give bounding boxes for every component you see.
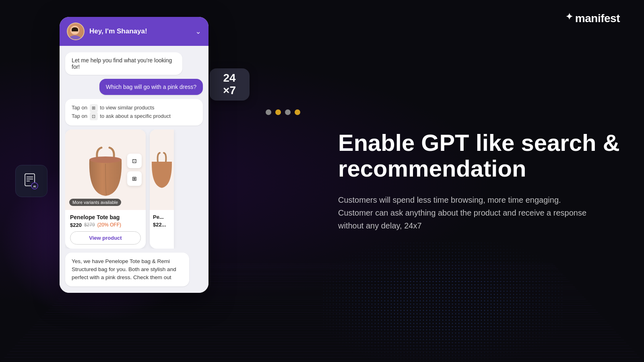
- product-card-1: More variants available ⊡ ⊞ Penelope Tot…: [65, 130, 146, 249]
- dot-2[interactable]: [275, 109, 281, 115]
- tip-line-2: Tap on ⊡ to ask about a specific product: [72, 112, 196, 121]
- tote-bag-image: [83, 142, 128, 198]
- variant-badge: More variants available: [69, 199, 121, 206]
- bot-message-2: Yes, we have Penelope Tote bag & Remi St…: [65, 253, 189, 287]
- avatar-body: [69, 35, 81, 39]
- badge-247: 24 ×7: [209, 68, 250, 101]
- ask-product-icon: ⊡: [90, 112, 98, 120]
- product-card-2-partial: Pe... $22...: [150, 130, 174, 249]
- chat-header-left: Hey, I'm Shanaya!: [67, 23, 147, 40]
- price-discount: (20% OFF): [97, 222, 121, 228]
- partial-bag-image: [150, 150, 174, 190]
- chat-header: Hey, I'm Shanaya! ⌄: [60, 17, 208, 46]
- avatar-hair: [72, 27, 78, 31]
- dot-3[interactable]: [285, 109, 291, 115]
- partial-product-info: Pe... $22...: [150, 210, 174, 232]
- similar-products-icon: ⊞: [90, 104, 98, 112]
- products-row: More variants available ⊡ ⊞ Penelope Tot…: [65, 130, 203, 249]
- svg-point-6: [89, 156, 122, 163]
- logo-stars-icon: ✦: [566, 12, 573, 22]
- sub-text: Customers will spend less time browsing,…: [338, 193, 588, 232]
- product-action-buttons: ⊡ ⊞: [127, 154, 142, 186]
- avatar: [67, 23, 85, 40]
- similar-products-btn[interactable]: ⊞: [127, 171, 142, 186]
- brand-logo: ✦ manifest: [566, 12, 620, 25]
- ai-icon-box: AI: [15, 165, 47, 197]
- price-current: $220: [70, 222, 82, 228]
- product-price: $220 $279 (20% OFF): [70, 222, 141, 228]
- ai-file-icon: AI: [23, 172, 40, 190]
- view-product-button[interactable]: View product: [70, 231, 141, 245]
- partial-product-price: $22...: [153, 222, 171, 228]
- svg-text:AI: AI: [33, 185, 36, 188]
- badge-247-text: 24 ×7: [223, 72, 236, 97]
- ask-about-product-btn[interactable]: ⊡: [127, 154, 142, 168]
- chevron-down-icon[interactable]: ⌄: [195, 27, 201, 36]
- price-original: $279: [84, 222, 95, 228]
- dot-4[interactable]: [295, 109, 300, 115]
- product-info: Penelope Tote bag $220 $279 (20% OFF) Vi…: [65, 210, 146, 249]
- dot-1[interactable]: [266, 109, 271, 115]
- avatar-image: [68, 23, 84, 39]
- dots-indicator: [266, 109, 300, 115]
- chat-agent-name: Hey, I'm Shanaya!: [89, 27, 147, 35]
- chat-widget: Hey, I'm Shanaya! ⌄ Let me help you find…: [60, 17, 208, 293]
- product-image-area: More variants available ⊡ ⊞: [65, 130, 146, 210]
- bot-message-1: Let me help you find what you're looking…: [65, 52, 182, 75]
- logo-text: manifest: [575, 12, 620, 25]
- user-message-1: Which bag will go with a pink dress?: [99, 79, 203, 95]
- partial-product-name: Pe...: [153, 214, 171, 220]
- tip-message: Tap on ⊞ to view similar products Tap on…: [65, 99, 203, 125]
- main-heading: Enable GPT like search & recommendation: [338, 130, 620, 181]
- tip-line-1: Tap on ⊞ to view similar products: [72, 104, 196, 112]
- avatar-face: [70, 26, 81, 39]
- product-name: Penelope Tote bag: [70, 214, 141, 220]
- right-content: Enable GPT like search & recommendation …: [338, 130, 620, 232]
- chat-body: Let me help you find what you're looking…: [60, 46, 208, 293]
- partial-product-image: [150, 130, 174, 210]
